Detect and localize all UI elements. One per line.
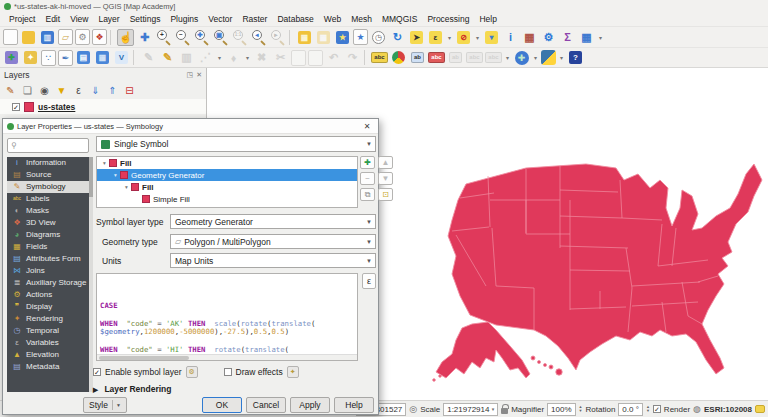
sidebar-item-temporal[interactable]: ◷Temporal xyxy=(7,325,89,337)
renderer-select[interactable]: Single Symbol ▼ xyxy=(96,136,376,152)
change-label-button[interactable]: ab xyxy=(447,49,464,66)
zoom-native-button[interactable]: 1:1 xyxy=(231,29,248,46)
layout-manager-button[interactable]: ⚙ xyxy=(75,29,90,45)
dropdown-caret-icon[interactable]: ▾ xyxy=(474,29,481,46)
rotation-field[interactable]: 0.0 ° xyxy=(618,403,643,416)
layer-diagram-button[interactable] xyxy=(390,49,407,66)
dropdown-caret-icon[interactable]: ▾ xyxy=(597,29,604,46)
geometry-type-select[interactable]: ▱Polygon / MultiPolygon▼ xyxy=(170,234,376,249)
project-open-button[interactable] xyxy=(20,29,37,46)
project-save-button[interactable]: ▥ xyxy=(39,29,56,46)
sidebar-item-elevation[interactable]: ▲Elevation xyxy=(7,349,89,361)
print-layout-new-button[interactable]: ▱ xyxy=(58,29,73,45)
layer-visibility-checkbox[interactable]: ✓ xyxy=(12,103,20,111)
move-label-button[interactable]: abc xyxy=(485,49,502,66)
bookmarks-show-button[interactable]: ★ xyxy=(353,29,368,45)
open-layer-styling-icon[interactable]: ✎ xyxy=(3,83,18,98)
new-map-view-button[interactable]: ▦ xyxy=(296,29,313,46)
dropdown-caret-icon[interactable]: ▾ xyxy=(244,49,251,66)
sidebar-item-fields[interactable]: ▦Fields xyxy=(7,241,89,253)
dropdown-caret-icon[interactable]: ▾ xyxy=(504,49,511,66)
lock-color-button[interactable]: ⊡ xyxy=(378,188,393,201)
menu-edit[interactable]: Edit xyxy=(40,13,65,25)
move-up-button[interactable]: ▲ xyxy=(378,156,393,169)
add-symbol-layer-button[interactable]: ✚ xyxy=(360,156,375,169)
python-console-button[interactable] xyxy=(541,50,556,65)
scale-lock-icon[interactable] xyxy=(501,408,508,414)
magnifier-stepper[interactable]: ▲▼ xyxy=(579,405,583,413)
expression-builder-button[interactable]: ε xyxy=(362,273,376,289)
symbol-node-fill[interactable]: ▾Fill xyxy=(97,157,357,169)
dialog-titlebar[interactable]: Layer Properties — us-states — Symbology… xyxy=(3,119,378,134)
dropdown-caret-icon[interactable]: ▾ xyxy=(558,49,565,66)
data-source-manager-button[interactable]: ✚ xyxy=(3,49,20,66)
filter-by-expression-icon[interactable]: ε xyxy=(71,83,86,98)
panel-close-icon[interactable]: ✕ xyxy=(196,71,202,79)
menu-vector[interactable]: Vector xyxy=(203,13,237,25)
remove-layer-icon[interactable]: ⊟ xyxy=(122,83,137,98)
tree-caret-icon[interactable]: ▾ xyxy=(123,184,130,190)
panel-float-icon[interactable]: ◳ xyxy=(187,71,194,79)
menu-settings[interactable]: Settings xyxy=(125,13,166,25)
add-postgis-layer-button[interactable]: ▤ xyxy=(75,49,92,66)
deselect-all-button[interactable]: ⊘ xyxy=(455,29,472,46)
sidebar-item-labels[interactable]: abcLabels xyxy=(7,193,89,205)
layer-row-us-states[interactable]: ✓ us-states xyxy=(0,99,206,114)
show-hide-labels-button[interactable]: abc xyxy=(466,49,483,66)
zoom-next-button[interactable]: ▸ xyxy=(269,29,286,46)
zoom-in-button[interactable]: + xyxy=(155,29,172,46)
identify-features-button[interactable]: i xyxy=(502,29,519,46)
units-select[interactable]: Map Units▼ xyxy=(170,253,376,268)
rotation-stepper[interactable]: ▲▼ xyxy=(646,405,650,413)
dropdown-caret-icon[interactable]: ▾ xyxy=(446,29,453,46)
menu-project[interactable]: Project xyxy=(4,13,40,25)
sidebar-item-3d-view[interactable]: ❖3D View xyxy=(7,217,89,229)
add-group-icon[interactable]: ❏ xyxy=(20,83,35,98)
sidebar-item-diagrams[interactable]: ◕Diagrams xyxy=(7,229,89,241)
properties-search-input[interactable]: ⚲ xyxy=(7,138,89,153)
temporal-controller-button[interactable]: ◷ xyxy=(370,29,387,46)
map-refresh-button[interactable]: ↻ xyxy=(389,29,406,46)
zoom-out-button[interactable]: − xyxy=(174,29,191,46)
sidebar-item-joins[interactable]: ⋈Joins xyxy=(7,265,89,277)
symbol-node-geometry-generator[interactable]: ▾Geometry Generator xyxy=(97,169,357,181)
data-defined-override-icon[interactable]: ⚙ xyxy=(186,366,198,378)
duplicate-symbol-layer-button[interactable]: ⧉ xyxy=(360,188,375,201)
undo-button[interactable]: ↶ xyxy=(325,49,342,66)
menu-layer[interactable]: Layer xyxy=(93,13,124,25)
menu-mmqgis[interactable]: MMQGIS xyxy=(377,13,422,25)
effects-star-icon[interactable]: ✦ xyxy=(287,366,299,378)
messages-icon[interactable] xyxy=(755,405,765,413)
menu-help[interactable]: Help xyxy=(474,13,501,25)
project-new-button[interactable] xyxy=(3,29,18,45)
layer-name[interactable]: us-states xyxy=(38,102,75,112)
menu-plugins[interactable]: Plugins xyxy=(165,13,203,25)
sidebar-item-attributes-form[interactable]: ▤Attributes Form xyxy=(7,253,89,265)
geometry-expression-editor[interactable]: CASE WHEN "code" = 'AK' THEN scale(rotat… xyxy=(96,273,358,361)
sidebar-item-metadata[interactable]: ▤Metadata xyxy=(7,361,89,373)
pan-map-button[interactable]: ☝ xyxy=(117,29,134,46)
current-edits-button[interactable]: ✎ xyxy=(140,49,157,66)
menu-mesh[interactable]: Mesh xyxy=(346,13,377,25)
select-by-value-button[interactable]: ▾ xyxy=(483,29,500,46)
expand-all-icon[interactable]: ⇓ xyxy=(88,83,103,98)
move-down-button[interactable]: ▼ xyxy=(378,172,393,185)
sidebar-item-auxiliary-storage[interactable]: ≣Auxiliary Storage xyxy=(7,277,89,289)
help-button[interactable]: Help xyxy=(334,397,374,413)
sidebar-item-display[interactable]: ❞Display xyxy=(7,301,89,313)
new-3d-map-view-button[interactable]: ▦ xyxy=(315,29,332,46)
field-calculator-button[interactable]: ▦ xyxy=(521,29,538,46)
enable-symbol-layer-checkbox[interactable]: ✓ xyxy=(93,368,101,376)
layer-labeling-button[interactable]: abc xyxy=(371,49,388,66)
scale-combo[interactable]: 1:21972914 ▾ xyxy=(443,403,498,416)
render-checkbox[interactable]: ✓ xyxy=(653,405,661,413)
add-vector-layer-button[interactable]: ✦ xyxy=(22,49,39,66)
zoom-full-button[interactable]: ✚ xyxy=(193,29,210,46)
copy-features-button[interactable] xyxy=(291,50,306,66)
attribute-table-button[interactable]: ▦ xyxy=(578,29,595,46)
toggle-editing-button[interactable]: ✎ xyxy=(159,49,176,66)
cancel-button[interactable]: Cancel xyxy=(246,397,286,413)
draw-effects-checkbox[interactable] xyxy=(224,368,232,376)
menu-web[interactable]: Web xyxy=(319,13,346,25)
cut-features-button[interactable]: ✂ xyxy=(272,49,289,66)
